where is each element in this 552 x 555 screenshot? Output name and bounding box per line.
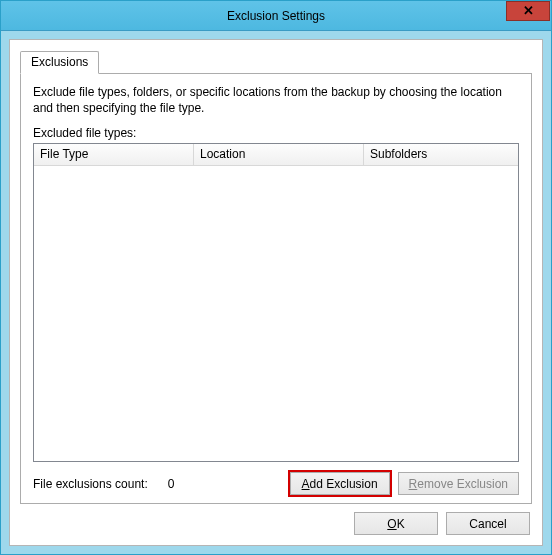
count-label: File exclusions count: — [33, 477, 148, 491]
count-value: 0 — [168, 477, 175, 491]
list-header: File Type Location Subfolders — [34, 144, 518, 166]
description-text: Exclude file types, folders, or specific… — [33, 84, 519, 116]
tab-exclusions[interactable]: Exclusions — [20, 51, 99, 74]
column-header-filetype[interactable]: File Type — [34, 144, 194, 165]
add-exclusion-button[interactable]: Add Exclusion — [290, 472, 390, 495]
close-button[interactable]: ✕ — [506, 1, 550, 21]
close-icon: ✕ — [523, 4, 534, 17]
inner-panel: Exclusions Exclude file types, folders, … — [9, 39, 543, 546]
list-body — [34, 166, 518, 461]
client-area: Exclusions Exclude file types, folders, … — [1, 31, 551, 554]
column-header-subfolders[interactable]: Subfolders — [364, 144, 518, 165]
count-row: File exclusions count: 0 Add Exclusion R… — [33, 472, 519, 495]
tab-strip: Exclusions — [20, 51, 532, 74]
ok-button[interactable]: OK — [354, 512, 438, 535]
list-label: Excluded file types: — [33, 126, 519, 140]
tab-panel: Exclude file types, folders, or specific… — [20, 73, 532, 504]
exclusion-settings-window: Exclusion Settings ✕ Exclusions Exclude … — [0, 0, 552, 555]
column-header-location[interactable]: Location — [194, 144, 364, 165]
remove-exclusion-button[interactable]: Remove Exclusion — [398, 472, 519, 495]
cancel-button[interactable]: Cancel — [446, 512, 530, 535]
window-title: Exclusion Settings — [227, 9, 325, 23]
excluded-types-list[interactable]: File Type Location Subfolders — [33, 143, 519, 462]
titlebar: Exclusion Settings ✕ — [1, 1, 551, 31]
dialog-footer: OK Cancel — [20, 504, 532, 537]
